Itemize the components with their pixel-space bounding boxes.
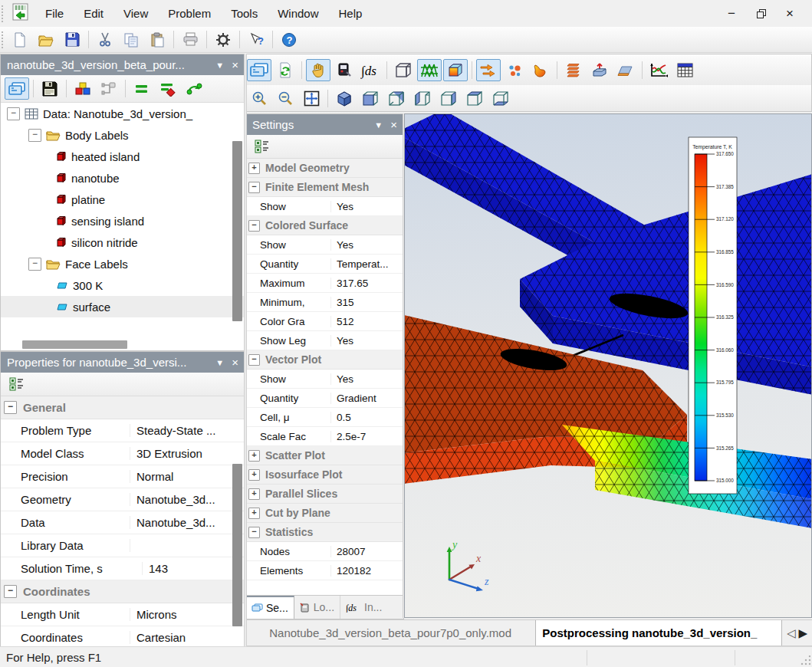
zoom-out-button[interactable] [273,87,298,110]
restore-button[interactable] [749,5,772,23]
pan-hand-button[interactable] [306,59,330,81]
section-vector-plot[interactable]: −Vector Plot [246,350,403,370]
menu-window[interactable]: Window [268,0,328,27]
expander-icon[interactable]: + [248,488,260,500]
setting-row[interactable]: Minimum,315 [246,293,403,312]
setting-value[interactable]: 317.65 [331,278,403,289]
tree-item-nanotube[interactable]: nanotube [1,167,245,189]
expander-icon[interactable]: + [248,163,260,174]
refresh-view-button[interactable] [273,59,298,81]
setting-value[interactable]: 28007 [331,546,403,557]
settings-gear-button[interactable] [211,28,235,51]
property-value[interactable]: 143 [143,562,245,575]
setting-value[interactable]: Yes [331,201,403,212]
property-value[interactable]: Cartesian [130,631,245,644]
tree-item-heated-island[interactable]: heated island [1,146,245,167]
setting-row[interactable]: Cell, μ0.5 [246,408,403,427]
section-coordinates[interactable]: − Coordinates [1,580,245,603]
setting-row[interactable]: ShowYes [246,370,403,389]
open-button[interactable] [34,28,58,51]
view-top-button[interactable] [462,87,487,110]
save-all-button[interactable] [38,77,62,100]
setting-value[interactable]: Temperat... [331,258,403,270]
section-general[interactable]: − General [1,396,245,419]
section-statistics[interactable]: −Statistics [246,523,403,542]
menu-problem[interactable]: Problem [158,0,221,27]
context-help-button[interactable]: ? [244,28,268,51]
setting-value[interactable]: 0.5 [331,412,403,423]
expander-icon[interactable]: − [248,354,260,366]
viewport-3d[interactable]: Temperature T, K 317.650 317.385 317.120 [404,113,812,618]
tab-model-file[interactable]: Nanotube_3d_version_beta_pour7p0_only.mo… [245,620,535,646]
property-value[interactable]: Steady-State ... [130,424,245,437]
main-splitter[interactable] [244,54,247,646]
setting-value[interactable]: Yes [331,335,403,347]
tree-horizontal-scrollbar[interactable] [22,340,127,349]
tree-item-surface[interactable]: surface [1,296,245,317]
setting-row[interactable]: QuantityGradient [246,389,403,408]
table-view-button[interactable] [672,59,697,81]
expander-icon[interactable]: − [28,129,41,142]
help-button[interactable]: ? [277,28,301,51]
mesh-toggle-button[interactable] [417,59,442,81]
zoom-in-button[interactable] [247,87,271,110]
setting-row[interactable]: Elements120182 [246,561,403,580]
setting-value[interactable]: 315 [331,297,403,308]
tab-scroll-left-button[interactable]: ◁ [787,626,796,640]
menu-edit[interactable]: Edit [74,0,113,27]
property-row[interactable]: Solution Time, s143 [1,557,245,580]
resize-grip[interactable] [800,656,810,666]
refresh-links-button[interactable] [182,77,206,100]
property-value[interactable]: Nanotube_3d... [130,493,245,506]
tree-item-300k[interactable]: 300 K [1,274,245,296]
expander-icon[interactable]: − [4,585,17,598]
expander-icon[interactable]: − [28,258,41,271]
panel-close-icon[interactable]: × [390,118,397,131]
tree-item-sensing-island[interactable]: sensing island [1,210,245,232]
setting-row[interactable]: Scale Fac2.5e-7 [246,427,403,446]
property-row[interactable]: Model Class3D Extrusion [1,442,245,465]
setting-value[interactable]: Yes [331,239,403,251]
panel-close-icon[interactable]: × [232,58,238,71]
tab-scroll-right-button[interactable]: ▶ [798,626,807,640]
setting-value[interactable]: 2.5e-7 [331,431,403,442]
menu-file[interactable]: File [35,0,74,27]
menu-help[interactable]: Help [329,0,373,27]
local-values-probe-button[interactable] [332,59,357,81]
section-cut-by-plane[interactable]: +Cut by Plane [246,504,403,523]
property-value[interactable]: 3D Extrusion [130,447,245,460]
property-row[interactable]: GeometryNanotube_3d... [1,488,245,511]
scatter-plot-button[interactable] [502,59,527,81]
property-value[interactable]: Microns [130,608,245,621]
property-row[interactable]: DataNanotube_3d... [1,511,245,534]
menu-view[interactable]: View [113,0,158,27]
property-row[interactable]: Library Data [1,534,245,557]
vector-plot-button[interactable] [476,59,501,81]
integral-calculator-button[interactable]: ∫ds [358,59,383,81]
section-finite-element-mesh[interactable]: −Finite Element Mesh [246,178,403,197]
view-back-button[interactable] [384,87,409,110]
section-isosurface-plot[interactable]: +Isosurface Plot [246,465,403,485]
tree-group-body-labels[interactable]: − Body Labels [1,124,245,146]
expander-icon[interactable]: − [248,182,260,193]
save-button[interactable] [60,28,84,51]
tab-integral[interactable]: ∫ds In... [340,596,387,619]
connection-button[interactable] [97,77,121,100]
new-document-button[interactable] [8,28,32,51]
view-isometric-button[interactable] [332,87,357,110]
zoom-fit-button[interactable] [299,87,324,110]
xy-plot-button[interactable] [646,59,671,81]
cut-by-plane-button[interactable] [587,59,612,81]
view-left-button[interactable] [410,87,435,110]
paste-button[interactable] [145,28,169,51]
properties-view-button[interactable] [5,77,29,100]
cut-button[interactable] [93,28,117,51]
property-value[interactable]: Normal [130,470,245,483]
minimize-button[interactable]: − [720,5,743,23]
expander-icon[interactable]: − [4,401,17,414]
equal-lines-button[interactable] [130,77,154,100]
view-bottom-button[interactable] [488,87,513,110]
expander-icon[interactable]: − [248,527,260,538]
section-colored-surface[interactable]: −Colored Surface [246,216,403,235]
tree-root-row[interactable]: − Data: Nanotube_3d_version_ [1,103,245,124]
